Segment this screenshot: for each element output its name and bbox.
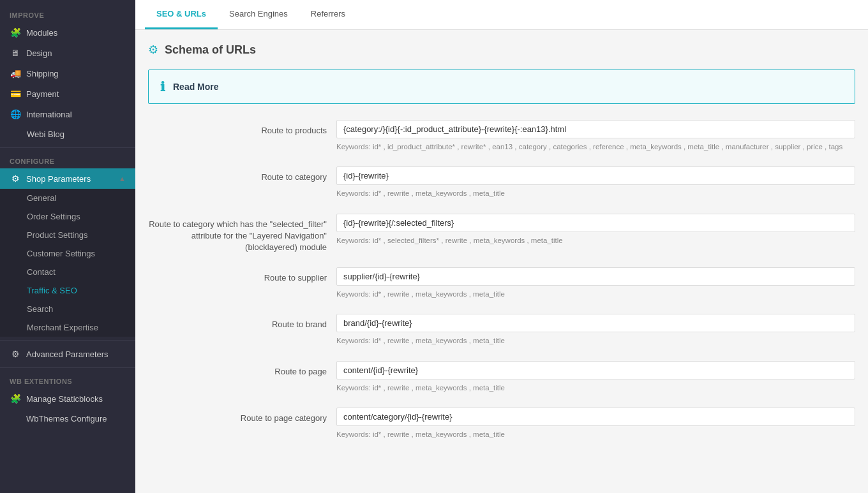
route-row: Route to products Keywords: id* , id_pro… <box>148 120 855 152</box>
route-supplier-input[interactable] <box>336 267 855 286</box>
improve-section-label: IMPROVE <box>0 5 135 22</box>
tab-referrers[interactable]: Referrers <box>299 0 357 29</box>
route-category-input[interactable] <box>336 166 855 185</box>
sidebar-item-customer-settings[interactable]: Customer Settings <box>0 244 135 263</box>
route-page-category-keywords: Keywords: id* , rewrite , meta_keywords … <box>336 429 855 440</box>
route-row: Route to page Keywords: id* , rewrite , … <box>148 361 855 394</box>
tab-seo-urls[interactable]: SEO & URLs <box>145 0 218 29</box>
puzzle-icon-2: 🧩 <box>10 394 21 404</box>
sidebar-item-traffic-seo[interactable]: Traffic & SEO <box>0 281 135 300</box>
route-input-group: Keywords: id* , rewrite , meta_keywords … <box>336 408 855 440</box>
route-label: Route to page category <box>148 408 327 424</box>
sidebar-item-label: International <box>26 110 72 119</box>
truck-icon: 🚚 <box>10 68 21 78</box>
route-page-input[interactable] <box>336 361 855 379</box>
divider3 <box>0 367 135 368</box>
route-products-keywords: Keywords: id* , id_product_attribute* , … <box>336 142 855 152</box>
sidebar-item-label: Modules <box>26 28 57 38</box>
sidebar-item-webi-blog[interactable]: Webi Blog <box>0 124 135 144</box>
gear-icon-2: ⚙ <box>10 349 21 359</box>
sidebar-item-shipping[interactable]: 🚚 Shipping <box>0 63 135 84</box>
route-row: Route to category Keywords: id* , rewrit… <box>148 166 855 199</box>
route-label: Route to category <box>148 166 327 183</box>
route-brand-keywords: Keywords: id* , rewrite , meta_keywords … <box>336 335 855 346</box>
divider2 <box>0 340 135 341</box>
gear-icon: ⚙ <box>10 173 21 184</box>
route-label: Route to supplier <box>148 267 327 284</box>
sidebar-item-label: WbThemes Configure <box>26 414 107 423</box>
sidebar-item-label: Manage Staticblocks <box>26 394 103 404</box>
sidebar-item-label: Design <box>26 48 52 58</box>
tab-search-engines[interactable]: Search Engines <box>218 0 299 29</box>
sidebar-item-label: Shipping <box>26 69 59 78</box>
card-icon: 💳 <box>10 89 21 99</box>
route-label: Route to products <box>148 120 327 136</box>
sidebar-item-label: Webi Blog <box>27 129 64 139</box>
sidebar-item-wbthemes-configure[interactable]: WbThemes Configure <box>0 409 135 429</box>
sidebar-item-general[interactable]: General <box>0 189 135 207</box>
sidebar-item-order-settings[interactable]: Order Settings <box>0 207 135 226</box>
route-input-group: Keywords: id* , selected_filters* , rewr… <box>336 214 855 246</box>
route-row: Route to category which has the "selecte… <box>148 214 855 254</box>
route-input-group: Keywords: id* , rewrite , meta_keywords … <box>336 361 855 394</box>
sidebar: IMPROVE 🧩 Modules 🖥 Design 🚚 Shipping 💳 … <box>0 0 135 493</box>
sidebar-item-merchant-expertise[interactable]: Merchant Expertise <box>0 318 135 337</box>
content-area: ⚙ Schema of URLs ℹ Read More Route to pr… <box>135 30 868 493</box>
monitor-icon: 🖥 <box>10 48 21 58</box>
shop-parameters-submenu: General Order Settings Product Settings … <box>0 189 135 337</box>
route-category-filter-keywords: Keywords: id* , selected_filters* , rewr… <box>336 235 855 246</box>
route-page-category-input[interactable] <box>336 408 855 426</box>
schema-gear-icon: ⚙ <box>148 43 158 57</box>
route-category-filter-input[interactable] <box>336 214 855 232</box>
sidebar-item-product-settings[interactable]: Product Settings <box>0 226 135 244</box>
sidebar-item-modules[interactable]: 🧩 Modules <box>0 22 135 43</box>
sidebar-item-shop-parameters[interactable]: ⚙ Shop Parameters ▲ <box>0 168 135 189</box>
sidebar-item-label: Shop Parameters <box>26 174 91 184</box>
route-category-keywords: Keywords: id* , rewrite , meta_keywords … <box>336 188 855 199</box>
globe-icon: 🌐 <box>10 109 21 119</box>
sidebar-item-advanced-parameters[interactable]: ⚙ Advanced Parameters <box>0 344 135 364</box>
route-row: Route to brand Keywords: id* , rewrite ,… <box>148 314 855 346</box>
sidebar-item-search[interactable]: Search <box>0 300 135 318</box>
main-content: SEO & URLs Search Engines Referrers ⚙ Sc… <box>135 0 868 493</box>
route-input-group: Keywords: id* , rewrite , meta_keywords … <box>336 314 855 346</box>
puzzle-icon: 🧩 <box>10 27 21 38</box>
route-label: Route to brand <box>148 314 327 330</box>
route-supplier-keywords: Keywords: id* , rewrite , meta_keywords … <box>336 289 855 300</box>
route-input-group: Keywords: id* , rewrite , meta_keywords … <box>336 267 855 300</box>
sidebar-item-contact[interactable]: Contact <box>0 263 135 281</box>
sidebar-item-label: Payment <box>26 89 59 99</box>
page-title: Schema of URLs <box>165 43 256 57</box>
info-circle-icon: ℹ <box>160 79 165 94</box>
route-label: Route to page <box>148 361 327 378</box>
sidebar-item-label: Advanced Parameters <box>26 350 108 359</box>
sidebar-item-design[interactable]: 🖥 Design <box>0 43 135 63</box>
info-box[interactable]: ℹ Read More <box>148 70 855 104</box>
tabs-bar: SEO & URLs Search Engines Referrers <box>135 0 868 30</box>
route-row: Route to supplier Keywords: id* , rewrit… <box>148 267 855 300</box>
section-header: ⚙ Schema of URLs <box>148 43 855 57</box>
route-label: Route to category which has the "selecte… <box>148 214 327 254</box>
sidebar-item-payment[interactable]: 💳 Payment <box>0 84 135 104</box>
route-input-group: Keywords: id* , rewrite , meta_keywords … <box>336 166 855 199</box>
chevron-up-icon: ▲ <box>119 175 126 182</box>
routes-table: Route to products Keywords: id* , id_pro… <box>148 120 855 440</box>
route-products-input[interactable] <box>336 120 855 138</box>
divider <box>0 147 135 148</box>
route-page-keywords: Keywords: id* , rewrite , meta_keywords … <box>336 383 855 394</box>
route-input-group: Keywords: id* , id_product_attribute* , … <box>336 120 855 152</box>
wb-extensions-label: WB EXTENTIONS <box>0 371 135 388</box>
sidebar-item-manage-staticblocks[interactable]: 🧩 Manage Staticblocks <box>0 388 135 409</box>
route-brand-input[interactable] <box>336 314 855 332</box>
read-more-link[interactable]: Read More <box>173 82 219 92</box>
route-row: Route to page category Keywords: id* , r… <box>148 408 855 440</box>
configure-section-label: CONFIGURE <box>0 151 135 168</box>
sidebar-item-international[interactable]: 🌐 International <box>0 104 135 124</box>
